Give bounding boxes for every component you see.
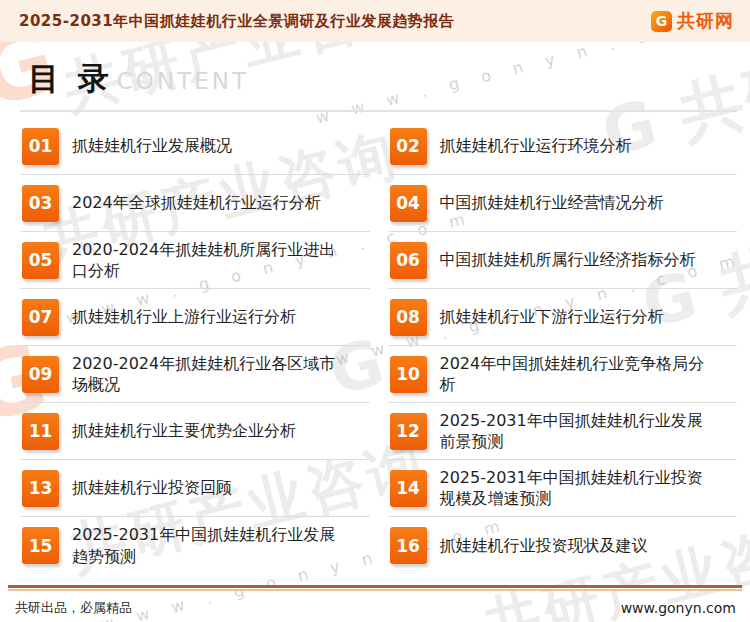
toc-item-number-badge: 08 xyxy=(390,299,427,336)
toc-item-01: 01抓娃娃机行业发展概况 xyxy=(20,118,370,175)
toc-item-03: 032024年全球抓娃娃机行业运行分析 xyxy=(20,175,370,232)
toc-item-label: 抓娃娃机行业投资回顾 xyxy=(72,477,232,498)
toc-item-number-badge: 05 xyxy=(22,242,59,279)
toc-item-label: 2024年全球抓娃娃机行业运行分析 xyxy=(72,192,321,213)
toc-item-number-badge: 14 xyxy=(390,470,427,507)
toc-item-number-badge: 03 xyxy=(22,185,59,222)
toc-item-04: 04中国抓娃娃机行业经营情况分析 xyxy=(388,175,738,232)
report-title: 2025-2031年中国抓娃娃机行业全景调研及行业发展趋势报告 xyxy=(19,12,454,31)
toc-item-15: 152025-2031年中国抓娃娃机行业发展趋势预测 xyxy=(20,517,370,574)
toc-item-label: 抓娃娃机行业投资现状及建议 xyxy=(440,535,648,556)
toc-item-16: 16抓娃娃机行业投资现状及建议 xyxy=(388,517,738,574)
toc-item-number-badge: 06 xyxy=(390,242,427,279)
toc-item-06: 06中国抓娃娃机所属行业经济指标分析 xyxy=(388,232,738,289)
toc-item-14: 142025-2031年中国抓娃娃机行业投资规模及增速预测 xyxy=(388,460,738,517)
toc-item-10: 102024年中国抓娃娃机行业竞争格局分析 xyxy=(388,346,738,403)
toc-item-number-badge: 02 xyxy=(390,128,427,165)
toc-item-label: 抓娃娃机行业上游行业运行分析 xyxy=(72,306,296,327)
toc-title: 目 录 xyxy=(28,58,113,100)
toc-item-07: 07抓娃娃机行业上游行业运行分析 xyxy=(20,289,370,346)
toc-item-number-badge: 04 xyxy=(390,185,427,222)
toc-item-05: 052020-2024年抓娃娃机所属行业进出口分析 xyxy=(20,232,370,289)
footer-slogan: 共研出品，必属精品 xyxy=(15,599,132,617)
header: 2025-2031年中国抓娃娃机行业全景调研及行业发展趋势报告 G 共研网 xyxy=(0,0,750,42)
toc-item-number-badge: 10 xyxy=(390,356,427,393)
main-content: 目 录 CONTENT 01抓娃娃机行业发展概况02抓娃娃机行业运行环境分析03… xyxy=(0,42,750,574)
toc-item-label: 2025-2031年中国抓娃娃机行业投资规模及增速预测 xyxy=(440,467,716,509)
footer-url: www.gonyn.com xyxy=(621,600,736,616)
toc-item-label: 中国抓娃娃机行业经营情况分析 xyxy=(440,192,664,213)
toc-item-label: 抓娃娃机行业下游行业运行分析 xyxy=(440,306,664,327)
toc-item-label: 2020-2024年抓娃娃机行业各区域市场概况 xyxy=(72,353,348,395)
toc-item-13: 13抓娃娃机行业投资回顾 xyxy=(20,460,370,517)
brand-logo-text: 共研网 xyxy=(677,9,734,33)
toc-item-label: 抓娃娃机行业主要优势企业分析 xyxy=(72,420,296,441)
toc-subtitle: CONTENT xyxy=(117,68,249,94)
toc-item-number-badge: 09 xyxy=(22,356,59,393)
toc-item-number-badge: 11 xyxy=(22,413,59,450)
toc-item-11: 11抓娃娃机行业主要优势企业分析 xyxy=(20,403,370,460)
toc-item-label: 中国抓娃娃机所属行业经济指标分析 xyxy=(440,249,696,270)
toc-item-08: 08抓娃娃机行业下游行业运行分析 xyxy=(388,289,738,346)
toc-item-number-badge: 16 xyxy=(390,527,427,564)
toc-item-number-badge: 15 xyxy=(22,527,59,564)
toc-item-label: 抓娃娃机行业发展概况 xyxy=(72,135,232,156)
toc-item-number-badge: 01 xyxy=(22,128,59,165)
toc-grid: 01抓娃娃机行业发展概况02抓娃娃机行业运行环境分析032024年全球抓娃娃机行… xyxy=(20,118,737,574)
report-toc-page: G 共研产业咨询 w w w . g o n y n . c o m G 共研网… xyxy=(0,0,750,622)
toc-item-number-badge: 13 xyxy=(22,470,59,507)
toc-item-09: 092020-2024年抓娃娃机行业各区域市场概况 xyxy=(20,346,370,403)
brand-logo-icon: G xyxy=(651,11,672,32)
toc-item-number-badge: 07 xyxy=(22,299,59,336)
toc-item-label: 抓娃娃机行业运行环境分析 xyxy=(440,135,632,156)
toc-item-label: 2024年中国抓娃娃机行业竞争格局分析 xyxy=(440,353,716,395)
footer: 共研出品，必属精品 www.gonyn.com xyxy=(0,585,750,622)
brand-logo: G 共研网 xyxy=(651,9,734,33)
toc-item-number-badge: 12 xyxy=(390,413,427,450)
toc-item-label: 2025-2031年中国抓娃娃机行业发展趋势预测 xyxy=(72,524,348,566)
toc-heading: 目 录 CONTENT xyxy=(20,42,737,112)
toc-item-12: 122025-2031年中国抓娃娃机行业发展前景预测 xyxy=(388,403,738,460)
toc-item-02: 02抓娃娃机行业运行环境分析 xyxy=(388,118,738,175)
toc-item-label: 2025-2031年中国抓娃娃机行业发展前景预测 xyxy=(440,410,716,452)
toc-item-label: 2020-2024年抓娃娃机所属行业进出口分析 xyxy=(72,239,348,281)
